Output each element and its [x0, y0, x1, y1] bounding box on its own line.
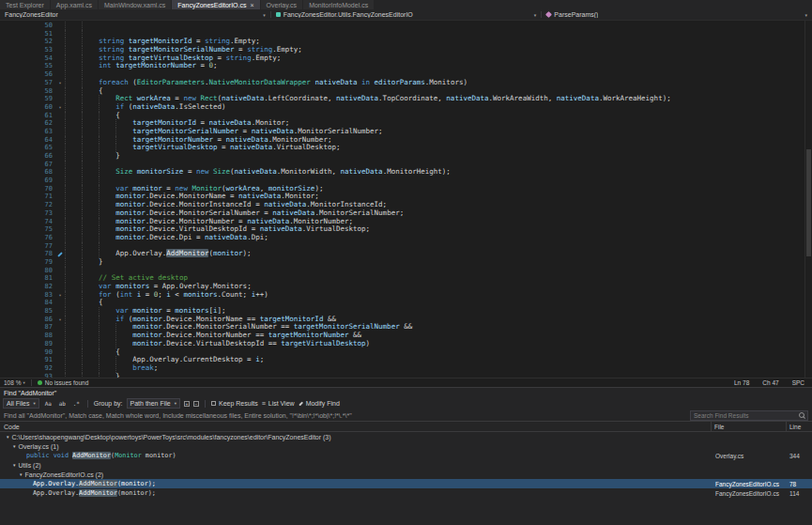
line-number[interactable]: 69: [0, 177, 55, 185]
line-number[interactable]: 91: [0, 356, 55, 364]
line-number[interactable]: 51: [0, 30, 55, 39]
code-line-91[interactable]: 91App.Overlay.CurrentDesktop = i;: [0, 356, 804, 364]
code-line-66[interactable]: 66}: [0, 152, 804, 161]
chevron-expanded-icon[interactable]: ▾: [13, 462, 16, 468]
find-result-group[interactable]: ▾FancyZonesEditorIO.cs (2): [0, 470, 812, 479]
line-number[interactable]: 63: [0, 128, 55, 136]
code-line-79[interactable]: 79}: [0, 258, 804, 267]
code-line-65[interactable]: 65targetVirtualDesktop = nativeData.Virt…: [0, 144, 804, 152]
line-number[interactable]: 83: [0, 291, 55, 300]
tab-app-xaml-cs[interactable]: App.xaml.cs: [51, 0, 98, 9]
line-number[interactable]: 59: [0, 95, 55, 103]
line-number[interactable]: 70: [0, 185, 55, 193]
line-number[interactable]: 64: [0, 136, 55, 145]
close-tab-icon[interactable]: ×: [250, 2, 253, 8]
code-line-62[interactable]: 62targetMonitorId = nativeData.Monitor;: [0, 119, 804, 128]
find-result-row[interactable]: public void AddMonitor(Monitor monitor)O…: [0, 451, 812, 460]
line-number[interactable]: 87: [0, 323, 55, 332]
code-line-83[interactable]: 83▾for (int i = 0; i < monitors.Count; i…: [0, 291, 804, 300]
line-number[interactable]: 53: [0, 46, 55, 54]
code-line-90[interactable]: 90{: [0, 348, 804, 357]
line-number[interactable]: 74: [0, 218, 55, 226]
scope-dropdown[interactable]: All Files ▾: [3, 398, 39, 409]
line-number[interactable]: 61: [0, 112, 55, 120]
line-number[interactable]: 54: [0, 54, 55, 63]
list-view-toggle[interactable]: ≡ List View: [262, 400, 295, 407]
code-line-88[interactable]: 88monitor.Device.MonitorNumber == target…: [0, 332, 804, 340]
line-number[interactable]: 71: [0, 193, 55, 201]
line-number[interactable]: 72: [0, 201, 55, 209]
match-case-button[interactable]: Aa: [43, 399, 54, 408]
code-line-78[interactable]: 78App.Overlay.AddMonitor(monitor);: [0, 250, 804, 258]
column-header-line[interactable]: Line: [787, 422, 812, 431]
document-health-indicator[interactable]: No issues found: [38, 379, 89, 386]
code-line-61[interactable]: 61{: [0, 112, 804, 120]
line-number[interactable]: 55: [0, 62, 55, 70]
code-line-87[interactable]: 87monitor.Device.MonitorSerialNumber == …: [0, 323, 804, 332]
line-number[interactable]: 68: [0, 168, 55, 177]
tab-monitorinfomodel-cs[interactable]: MonitorInfoModel.cs: [303, 0, 374, 9]
line-number[interactable]: 78: [0, 250, 55, 258]
line-number[interactable]: 84: [0, 299, 55, 307]
code-line-68[interactable]: 68Size monitorSize = new Size(nativeData…: [0, 168, 804, 177]
tab-mainwindow-xaml-cs[interactable]: MainWindow.xaml.cs: [99, 0, 171, 9]
find-result-row[interactable]: App.Overlay.AddMonitor(monitor);FancyZon…: [0, 479, 812, 488]
line-number[interactable]: 82: [0, 283, 55, 291]
fold-chevron-icon[interactable]: ▾: [55, 316, 65, 324]
match-whole-word-button[interactable]: ab: [57, 399, 68, 408]
line-number[interactable]: 81: [0, 274, 55, 283]
column-header-file[interactable]: File: [712, 422, 787, 431]
line-number[interactable]: 80: [0, 267, 55, 275]
line-number[interactable]: 92: [0, 364, 55, 373]
code-line-89[interactable]: 89monitor.Device.VirtualDesktopId == tar…: [0, 340, 804, 348]
navbar-project-dropdown[interactable]: FancyZonesEditor ▾: [0, 9, 270, 20]
line-number[interactable]: 76: [0, 234, 55, 242]
navbar-type-dropdown[interactable]: FancyZonesEditor.Utils.FancyZonesEditorI…: [271, 9, 542, 20]
zoom-control[interactable]: 108 % ▾: [4, 379, 25, 386]
line-number[interactable]: 56: [0, 70, 55, 79]
line-number[interactable]: 58: [0, 87, 55, 96]
code-line-50[interactable]: 50: [0, 22, 804, 30]
chevron-expanded-icon[interactable]: ▾: [20, 471, 23, 477]
line-number[interactable]: 62: [0, 119, 55, 128]
find-result-group[interactable]: ▾Overlay.cs (1): [0, 441, 812, 451]
line-number[interactable]: 73: [0, 209, 55, 218]
line-number[interactable]: 67: [0, 161, 55, 169]
line-number[interactable]: 85: [0, 307, 55, 316]
search-find-results-input[interactable]: [694, 412, 797, 419]
tab-test-explorer[interactable]: Test Explorer: [0, 0, 50, 9]
expand-all-icon[interactable]: +: [184, 401, 190, 407]
line-number[interactable]: 50: [0, 22, 55, 30]
chevron-expanded-icon[interactable]: ▾: [13, 443, 16, 449]
fold-chevron-icon[interactable]: ▾: [55, 291, 65, 300]
navbar-member-dropdown[interactable]: ParseParams() ▾: [542, 9, 812, 20]
fold-chevron-icon[interactable]: ▾: [55, 103, 65, 112]
fold-chevron-icon[interactable]: ▾: [55, 79, 65, 87]
vertical-scrollbar[interactable]: [804, 21, 812, 378]
regex-button[interactable]: .*: [71, 399, 82, 408]
code-line-76[interactable]: 76monitor.Device.Dpi = nativeData.Dpi;: [0, 234, 804, 242]
group-by-dropdown[interactable]: Path then File ▾: [127, 398, 180, 409]
line-number[interactable]: 66: [0, 152, 55, 161]
line-number[interactable]: 90: [0, 348, 55, 357]
code-line-55[interactable]: 55int targetMonitorNumber = 0;: [0, 62, 804, 70]
line-number[interactable]: 77: [0, 242, 55, 251]
find-result-group[interactable]: ▾C:\Users\shaopengwang\Desktop\powertoys…: [0, 432, 812, 441]
line-number[interactable]: 88: [0, 332, 55, 340]
code-line-57[interactable]: 57▾foreach (EditorParameters.NativeMonit…: [0, 79, 804, 87]
line-number[interactable]: 86: [0, 316, 55, 324]
line-number[interactable]: 52: [0, 38, 55, 46]
code-line-64[interactable]: 64targetMonitorNumber = nativeData.Monit…: [0, 136, 804, 145]
collapse-all-icon[interactable]: −: [193, 401, 199, 407]
find-result-row[interactable]: App.Overlay.AddMonitor(monitor);FancyZon…: [0, 488, 812, 498]
scrollbar-thumb[interactable]: [806, 149, 811, 256]
column-header-code[interactable]: Code: [0, 422, 712, 431]
line-number[interactable]: 57: [0, 79, 55, 87]
line-number[interactable]: 79: [0, 258, 55, 267]
tab-fancyzoneseditorio-cs[interactable]: FancyZonesEditorIO.cs×: [172, 0, 259, 9]
find-result-group[interactable]: ▾Utils (2): [0, 460, 812, 470]
line-number[interactable]: 75: [0, 225, 55, 234]
search-results-box[interactable]: [690, 410, 808, 421]
chevron-expanded-icon[interactable]: ▾: [7, 434, 9, 440]
line-number[interactable]: 89: [0, 340, 55, 348]
